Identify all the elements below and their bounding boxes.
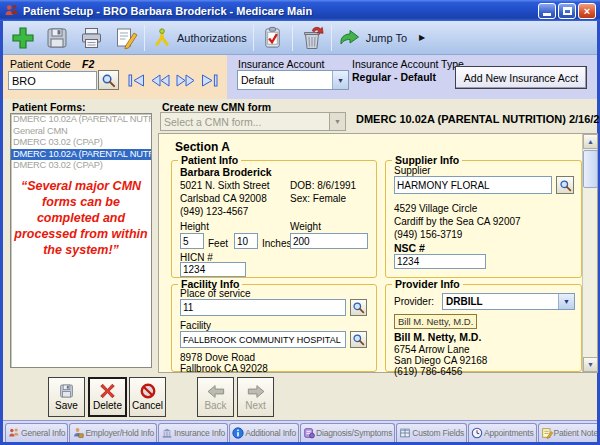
tab-appointments[interactable]: Appointments xyxy=(468,423,537,442)
tab-label: Diagnosis/Symptoms xyxy=(316,428,392,438)
save-button[interactable]: Save xyxy=(48,377,85,417)
previous-record-button[interactable] xyxy=(151,74,170,87)
next-label: Next xyxy=(245,400,266,411)
form-list-item[interactable]: DMERC 03.02 (CPAP) xyxy=(11,160,151,172)
add-button[interactable] xyxy=(6,23,40,53)
tab-label: Additional Info xyxy=(245,428,296,438)
close-button[interactable]: × xyxy=(578,3,596,19)
scroll-thumb[interactable] xyxy=(583,150,598,188)
facility-address2: Fallbrook CA 92028 xyxy=(180,363,268,374)
save-icon xyxy=(45,26,69,50)
next-record-button[interactable] xyxy=(176,74,195,87)
provider-label: Provider: xyxy=(394,296,434,307)
patient-setup-window: Patient Setup - BRO Barbara Broderick - … xyxy=(0,0,600,445)
supplier-input[interactable] xyxy=(394,176,552,194)
nsc-label: NSC # xyxy=(394,242,425,254)
diagnosis-icon xyxy=(303,427,315,439)
patient-search-button[interactable] xyxy=(98,70,119,90)
patient-code-input[interactable] xyxy=(8,71,97,90)
close-icon: × xyxy=(584,5,590,17)
form-list-item-selected[interactable]: DMERC 10.02A (PARENTAL NUTRITION) xyxy=(11,149,151,161)
tab-label: Employer/Hold Info xyxy=(85,428,154,438)
add-new-insurance-button[interactable]: Add New Insurance Acct xyxy=(455,66,587,89)
form-list-item[interactable]: DMERC 10.02A (PARENTAL NUTRITION) xyxy=(11,114,151,126)
place-of-service-input[interactable] xyxy=(180,299,346,316)
toolbar-separator xyxy=(292,25,293,51)
delete-button[interactable]: Delete xyxy=(88,377,127,417)
tab-insurance-info[interactable]: Insurance Info xyxy=(158,423,228,442)
insurance-account-type-value: Regular - Default xyxy=(352,71,436,83)
tab-diagnosis-symptoms[interactable]: Diagnosis/Symptoms xyxy=(300,423,395,442)
weight-input[interactable] xyxy=(290,233,368,249)
last-record-button[interactable] xyxy=(201,74,218,87)
add-icon xyxy=(10,25,36,51)
jump-to-icon xyxy=(338,28,362,48)
search-icon xyxy=(101,73,116,88)
trash-icon xyxy=(299,25,325,51)
checklist-icon xyxy=(261,25,284,50)
info-icon xyxy=(232,427,244,439)
minimize-icon xyxy=(543,13,551,16)
form-list-item[interactable]: DMERC 03.02 (CPAP) xyxy=(11,137,151,149)
height-feet-input[interactable] xyxy=(180,233,204,249)
minimize-button[interactable] xyxy=(538,3,556,19)
tab-employer-hold-info[interactable]: Employer/Hold Info xyxy=(69,423,157,442)
patient-address1: 5021 N. Sixth Street xyxy=(180,180,270,191)
maximize-button[interactable] xyxy=(558,3,576,19)
scroll-down-icon[interactable]: ▼ xyxy=(583,357,598,372)
marketing-quote: “Several major CMN forms can be complete… xyxy=(13,178,149,258)
toolbar-separator xyxy=(331,25,332,51)
supplier-info-group: Supplier Info Supplier 4529 Village Circ… xyxy=(385,160,582,278)
patient-phone: (949) 123-4567 xyxy=(180,206,248,217)
provider-info-group-label: Provider Info xyxy=(392,278,463,290)
patient-code-label: Patient Code xyxy=(10,58,71,70)
insurance-account-value: Default xyxy=(241,74,274,86)
delete-toolbar-button[interactable] xyxy=(295,23,329,53)
window-title: Patient Setup - BRO Barbara Broderick - … xyxy=(23,5,536,17)
hicn-input[interactable] xyxy=(180,262,246,277)
bottom-tab-bar: General Info Employer/Hold Info Insuranc… xyxy=(3,420,597,442)
add-new-insurance-label: Add New Insurance Acct xyxy=(464,72,578,84)
next-button[interactable]: Next xyxy=(237,377,274,417)
grid-icon xyxy=(399,427,411,439)
scroll-up-icon[interactable]: ▲ xyxy=(583,134,598,149)
tab-additional-info[interactable]: Additional Info xyxy=(229,423,299,442)
facility-input[interactable] xyxy=(180,331,346,348)
back-label: Back xyxy=(204,400,226,411)
back-arrow-icon xyxy=(207,384,225,399)
form-list-item[interactable]: General CMN xyxy=(11,126,151,138)
save-toolbar-button[interactable] xyxy=(40,23,74,53)
search-icon xyxy=(352,301,365,314)
height-inches-input[interactable] xyxy=(234,233,258,249)
insurance-account-select[interactable]: Default ▼ xyxy=(237,70,349,90)
nsc-input[interactable] xyxy=(394,254,486,269)
authorizations-button[interactable]: Authorizations xyxy=(147,23,251,53)
authorizations-label: Authorizations xyxy=(177,32,247,44)
first-record-button[interactable] xyxy=(128,74,145,87)
tab-patient-notes[interactable]: Patient Notes xyxy=(538,423,597,442)
chevron-down-icon: ▼ xyxy=(329,113,345,130)
section-title: Section A xyxy=(175,140,230,154)
provider-select[interactable]: DRBILL ▼ xyxy=(442,293,575,310)
tab-general-info[interactable]: General Info xyxy=(5,423,68,442)
cancel-button[interactable]: Cancel xyxy=(129,377,166,417)
edit-button[interactable] xyxy=(108,23,142,53)
facility-search-button[interactable] xyxy=(350,331,367,348)
create-cmn-select[interactable]: Select a CMN form... ▼ xyxy=(160,112,346,131)
tab-custom-fields[interactable]: Custom Fields xyxy=(396,423,467,442)
tab-label: Patient Notes xyxy=(554,428,597,438)
supplier-search-button[interactable] xyxy=(556,176,574,194)
jump-to-label: Jump To xyxy=(366,32,407,44)
delete-label: Delete xyxy=(93,400,122,411)
supplier-address1: 4529 Village Circle xyxy=(394,203,477,214)
print-button[interactable] xyxy=(74,23,108,53)
checklist-button[interactable] xyxy=(256,23,290,53)
form-scrollbar[interactable]: ▲ ▼ xyxy=(582,134,597,372)
people-icon xyxy=(8,427,20,439)
tab-label: General Info xyxy=(21,428,65,438)
edit-icon xyxy=(113,26,138,50)
back-button[interactable]: Back xyxy=(197,377,234,417)
place-of-service-search-button[interactable] xyxy=(350,299,367,316)
facility-label: Facility xyxy=(180,320,211,331)
jump-to-button[interactable]: Jump To ▶ xyxy=(334,23,430,53)
